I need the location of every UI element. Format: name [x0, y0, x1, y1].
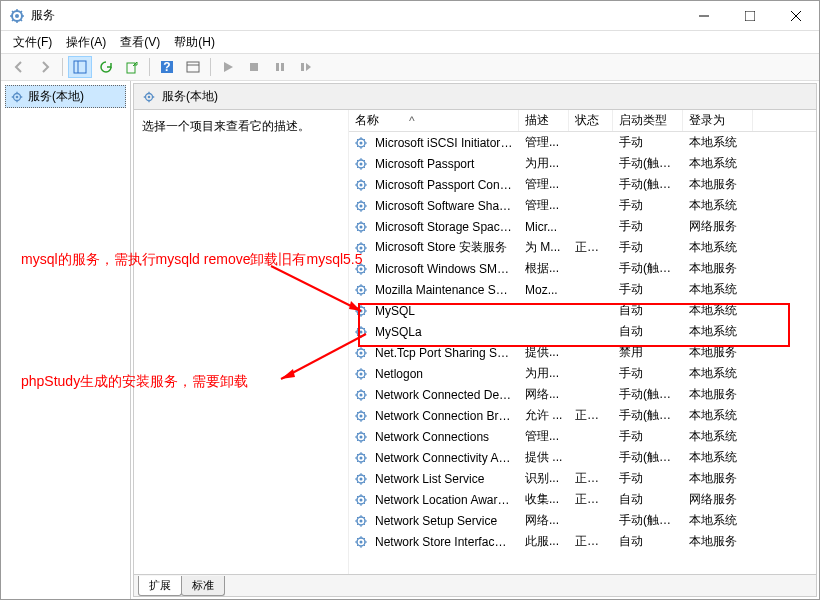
gear-icon: [353, 429, 369, 445]
cell-logon: 本地系统: [683, 407, 753, 424]
service-row[interactable]: Network Setup Service网络...手动(触发...本地系统: [349, 510, 816, 531]
cell-name: Network List Service: [369, 472, 519, 486]
service-row[interactable]: Network Connection Bro...允许 ...正在...手动(触…: [349, 405, 816, 426]
cell-logon: 本地服务: [683, 176, 753, 193]
close-button[interactable]: [773, 1, 819, 31]
svg-point-32: [360, 246, 363, 249]
svg-text:?: ?: [163, 60, 170, 74]
menu-file[interactable]: 文件(F): [7, 32, 58, 53]
gear-icon: [353, 387, 369, 403]
cell-name: Microsoft Software Shad...: [369, 199, 519, 213]
service-row[interactable]: Net.Tcp Port Sharing Ser...提供...禁用本地服务: [349, 342, 816, 363]
cell-status: 正在...: [569, 491, 613, 508]
service-row[interactable]: Microsoft iSCSI Initiator ...管理...手动本地系统: [349, 132, 816, 153]
help-button[interactable]: ?: [155, 56, 179, 78]
cell-logon: 本地系统: [683, 197, 753, 214]
cell-start: 自动: [613, 323, 683, 340]
column-description[interactable]: 描述: [519, 110, 569, 131]
list-rows[interactable]: Microsoft iSCSI Initiator ...管理...手动本地系统…: [349, 132, 816, 574]
cell-status: 正在...: [569, 407, 613, 424]
cell-start: 手动(触发...: [613, 449, 683, 466]
service-row[interactable]: Network Store Interface ...此服...正在...自动本…: [349, 531, 816, 552]
cell-start: 手动(触发...: [613, 386, 683, 403]
service-row[interactable]: Microsoft Windows SMS ...根据...手动(触发...本地…: [349, 258, 816, 279]
cell-desc: 允许 ...: [519, 407, 569, 424]
cell-start: 手动(触发...: [613, 176, 683, 193]
service-row[interactable]: Network Connectivity Ass...提供 ...手动(触发..…: [349, 447, 816, 468]
column-name[interactable]: 名称^: [349, 110, 519, 131]
tab-standard[interactable]: 标准: [181, 576, 225, 596]
service-row[interactable]: MySQL自动本地系统: [349, 300, 816, 321]
cell-status: 正在...: [569, 470, 613, 487]
cell-desc: 为用...: [519, 155, 569, 172]
gear-icon: [142, 90, 156, 104]
cell-logon: 网络服务: [683, 218, 753, 235]
cell-start: 手动: [613, 239, 683, 256]
service-row[interactable]: Mozilla Maintenance Ser...Moz...手动本地系统: [349, 279, 816, 300]
refresh-button[interactable]: [94, 56, 118, 78]
tab-extended[interactable]: 扩展: [138, 576, 182, 596]
cell-start: 手动: [613, 470, 683, 487]
cell-desc: 为 M...: [519, 239, 569, 256]
cell-name: Mozilla Maintenance Ser...: [369, 283, 519, 297]
cell-status: 正在...: [569, 239, 613, 256]
svg-point-46: [360, 393, 363, 396]
properties-button[interactable]: [181, 56, 205, 78]
menu-help[interactable]: 帮助(H): [168, 32, 221, 53]
service-row[interactable]: Network Connected Devi...网络...手动(触发...本地…: [349, 384, 816, 405]
gear-icon: [353, 135, 369, 151]
cell-name: Network Store Interface ...: [369, 535, 519, 549]
menu-view[interactable]: 查看(V): [114, 32, 166, 53]
service-row[interactable]: MySQLa自动本地系统: [349, 321, 816, 342]
cell-name: Netlogon: [369, 367, 519, 381]
cell-start: 自动: [613, 302, 683, 319]
minimize-button[interactable]: [681, 1, 727, 31]
service-row[interactable]: Network Connections管理...手动本地系统: [349, 426, 816, 447]
cell-status: 正在...: [569, 533, 613, 550]
cell-name: MySQL: [369, 304, 519, 318]
cell-desc: 网络...: [519, 512, 569, 529]
cell-logon: 本地服务: [683, 533, 753, 550]
service-row[interactable]: Netlogon为用...手动本地系统: [349, 363, 816, 384]
service-row[interactable]: Network List Service识别...正在...手动本地服务: [349, 468, 816, 489]
service-row[interactable]: Microsoft Passport为用...手动(触发...本地系统: [349, 153, 816, 174]
gear-icon: [353, 303, 369, 319]
cell-start: 手动(触发...: [613, 512, 683, 529]
menu-action[interactable]: 操作(A): [60, 32, 112, 53]
cell-logon: 本地系统: [683, 323, 753, 340]
column-startup-type[interactable]: 启动类型: [613, 110, 683, 131]
service-row[interactable]: Microsoft Software Shad...管理...手动本地系统: [349, 195, 816, 216]
cell-start: 手动: [613, 134, 683, 151]
svg-point-52: [360, 456, 363, 459]
cell-name: Network Setup Service: [369, 514, 519, 528]
description-text: 选择一个项目来查看它的描述。: [142, 119, 310, 133]
tree-node-services-local[interactable]: 服务(本地): [5, 85, 126, 108]
cell-start: 禁用: [613, 344, 683, 361]
cell-desc: 提供...: [519, 344, 569, 361]
cell-name: Network Connectivity Ass...: [369, 451, 519, 465]
service-row[interactable]: Network Location Aware...收集...正在...自动网络服…: [349, 489, 816, 510]
gear-icon: [353, 534, 369, 550]
cell-desc: 网络...: [519, 386, 569, 403]
column-logon-as[interactable]: 登录为: [683, 110, 753, 131]
svg-point-54: [360, 477, 363, 480]
svg-rect-16: [301, 63, 304, 71]
svg-point-48: [360, 414, 363, 417]
gear-icon: [10, 90, 24, 104]
svg-point-60: [360, 540, 363, 543]
cell-desc: Moz...: [519, 283, 569, 297]
column-status[interactable]: 状态: [569, 110, 613, 131]
svg-rect-3: [745, 11, 755, 21]
svg-point-20: [148, 95, 151, 98]
svg-point-22: [360, 141, 363, 144]
titlebar: 服务: [1, 1, 819, 31]
service-row[interactable]: Microsoft Passport Cont...管理...手动(触发...本…: [349, 174, 816, 195]
svg-point-26: [360, 183, 363, 186]
show-hide-tree-button[interactable]: [68, 56, 92, 78]
right-pane: 服务(本地) 选择一个项目来查看它的描述。 名称^ 描述 状态 启动类型 登录为…: [133, 83, 817, 597]
export-button[interactable]: [120, 56, 144, 78]
maximize-button[interactable]: [727, 1, 773, 31]
service-row[interactable]: Microsoft Storage Space...Micr...手动网络服务: [349, 216, 816, 237]
gear-icon: [353, 492, 369, 508]
service-row[interactable]: Microsoft Store 安装服务为 M...正在...手动本地系统: [349, 237, 816, 258]
